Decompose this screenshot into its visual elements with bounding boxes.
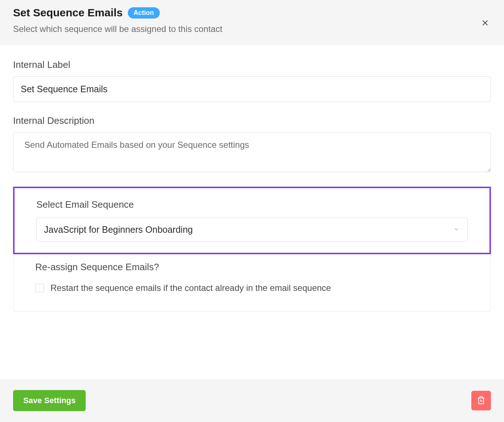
email-sequence-section: Select Email Sequence JavaScript for Beg… [13, 187, 491, 254]
trash-icon [477, 396, 485, 406]
dialog-title: Set Sequence Emails [13, 7, 123, 19]
reassign-checkbox-label: Restart the sequence emails if the conta… [50, 283, 331, 293]
email-sequence-select-wrapper: JavaScript for Beginners Onboarding [36, 218, 468, 242]
save-settings-button[interactable]: Save Settings [13, 390, 86, 411]
internal-label-group: Internal Label [13, 59, 491, 102]
internal-description-group: Internal Description Send Automated Emai… [13, 115, 491, 174]
close-button[interactable] [479, 17, 491, 29]
reassign-checkbox[interactable] [35, 284, 44, 292]
dialog-body: Internal Label Internal Description Send… [0, 45, 504, 322]
internal-description-label: Internal Description [13, 115, 491, 126]
internal-description-textarea[interactable]: Send Automated Emails based on your Sequ… [13, 132, 491, 172]
delete-button[interactable] [471, 391, 491, 410]
email-sequence-select[interactable]: JavaScript for Beginners Onboarding [36, 218, 468, 242]
reassign-checkbox-row: Restart the sequence emails if the conta… [35, 283, 469, 293]
action-badge: Action [128, 7, 160, 19]
reassign-label: Re-assign Sequence Emails? [35, 261, 469, 273]
internal-label-label: Internal Label [13, 59, 491, 70]
email-sequence-label: Select Email Sequence [36, 199, 468, 210]
reassign-section: Re-assign Sequence Emails? Restart the s… [13, 254, 491, 312]
dialog-footer: Save Settings [0, 379, 504, 422]
dialog-subtitle: Select which sequence will be assigned t… [13, 24, 491, 34]
close-icon [480, 18, 490, 29]
internal-label-input[interactable] [13, 76, 491, 102]
dialog-header: Set Sequence Emails Action Select which … [0, 0, 504, 45]
